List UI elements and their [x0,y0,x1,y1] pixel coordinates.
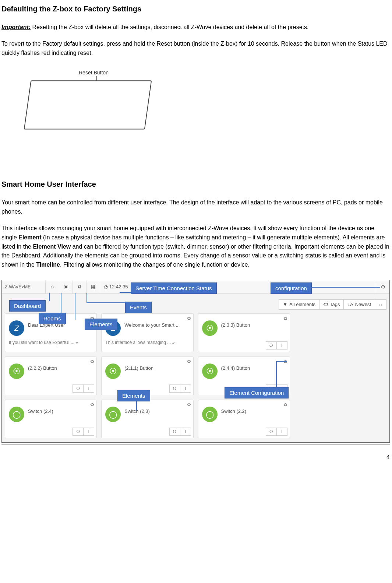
anno-elements-bottom: Elements [117,390,150,401]
card-title: Welcome to your Smart ... [124,322,190,329]
card-switch-22: ✿ ◯ Switch (2.2) OI [198,400,290,438]
card-title: (2.1.1) Button [124,365,190,372]
button-icon: ⦿ [202,320,218,336]
card-button-211: ✿ ⦿ (2.1.1) Button OI [101,357,193,395]
toggle-off[interactable]: O [73,384,84,393]
card-subtitle: This interface allows managing ... » [105,340,174,346]
toggle-off[interactable]: O [73,428,84,436]
anno-elements-top: Elements [85,319,117,330]
term-element: Element [18,234,41,240]
term-timeline: Timeline [36,261,60,268]
card-title: Switch (2.4) [28,408,93,415]
toggle-switch[interactable]: OI [266,341,287,350]
footer-divider [1,444,390,445]
anno-line [310,287,380,288]
card-switch-23: ✿ ◯ Switch (2.3) OI [101,400,193,438]
toggle-on[interactable]: I [180,428,191,436]
paragraph-interface-detail: This interface allows managing your smar… [1,224,390,270]
toggle-switch[interactable]: OI [73,384,94,393]
card-title: Switch (2.3) [124,408,190,415]
home-icon[interactable]: ⌂ [46,280,59,294]
filter-tags-label: Tags [330,301,340,308]
anno-line [86,302,127,303]
anno-configuration: configuration [271,282,312,294]
toggle-off[interactable]: O [266,341,277,350]
anno-rooms: Rooms [39,313,66,324]
anno-line [61,293,61,313]
para2-part-d: . Filtering allows monitoring the change… [60,261,250,268]
events-icon[interactable]: ▦ [86,280,100,294]
term-element-view: Element View [33,243,71,250]
card-button-222: ✿ ⦿ (2.2.2) Button OI [5,357,97,395]
button-icon: ⦿ [105,364,121,379]
toggle-switch[interactable]: OI [170,428,191,436]
elements-icon[interactable]: ⧉ [73,280,86,294]
paragraph-factory-reset: To revert to the Factory default setting… [1,39,390,58]
anno-line [276,361,277,387]
card-title: (2.2.2) Button [28,365,93,372]
anno-line [136,400,137,411]
clock-time: 12:42:35 [109,284,128,290]
funnel-icon: ▼ [283,301,287,308]
anno-line [75,293,75,320]
toggle-off[interactable]: O [266,428,277,436]
card-gear-icon[interactable]: ✿ [283,401,287,408]
card-gear-icon[interactable]: ✿ [187,358,191,365]
paragraph-important: Important: Resetting the Z-box will dele… [1,23,390,32]
toggle-on[interactable]: I [276,341,287,350]
toggle-on[interactable]: I [83,428,94,436]
toggle-switch[interactable]: OI [266,428,287,436]
toggle-off[interactable]: O [169,384,180,393]
switch-icon: ◯ [9,407,24,422]
card-gear-icon[interactable]: ✿ [90,401,94,408]
heading-smart-home-ui: Smart Home User Interface [1,179,390,189]
card-button-233: ✿ ⦿ (2.3.3) Button OI [198,313,290,352]
figure-callout-text: Reset Button [79,69,109,77]
switch-icon: ◯ [105,407,121,422]
anno-events: Events [125,302,152,313]
card-gear-icon[interactable]: ✿ [283,315,287,322]
toggle-on[interactable]: I [276,428,287,436]
filter-newest-label: Newest [355,301,371,308]
card-gear-icon[interactable]: ✿ [187,315,191,322]
tag-icon: 🏷 [323,301,328,308]
clock-display: ◔ 12:42:35 [100,280,132,294]
filter-all-label: All elements [289,301,315,308]
brand-label: Z-WAVE>ME [2,280,46,294]
toggle-on[interactable]: I [180,384,191,393]
filter-bar: ▼All elements 🏷Tags ↓ANewest ⌕ [279,299,386,310]
anno-dashboard: Dashboard [9,300,46,312]
toggle-switch[interactable]: OI [73,428,94,436]
important-text: Resetting the Z-box will delete all the … [31,24,308,30]
heading-default-factory: Defaulting the Z-box to Factory Settings [1,4,390,14]
anno-line [86,293,87,303]
cards-grid: ✿ Z Dear Expert User If you still want t… [2,310,389,442]
paragraph-intro: Your smart home can be controlled from d… [1,198,390,217]
anno-line [276,361,287,362]
filter-all-elements[interactable]: ▼All elements [279,299,319,310]
card-gear-icon[interactable]: ✿ [90,358,94,365]
rooms-icon[interactable]: ▣ [59,280,73,294]
anno-line [120,292,133,293]
filter-newest[interactable]: ↓ANewest [343,299,375,310]
button-icon: ⦿ [9,364,24,379]
page-number: 4 [1,453,390,461]
switch-icon: ◯ [202,407,218,422]
card-switch-24: ✿ ◯ Switch (2.4) OI [5,400,97,438]
ui-screenshot: Z-WAVE>ME ⌂ ▣ ⧉ ▦ ◔ 12:42:35 ⚙ ▼All elem… [1,280,390,443]
card-title: (2.3.3) Button [221,322,287,329]
card-title: Switch (2.2) [221,408,287,415]
anno-element-config: Element Configuration [225,387,289,398]
card-subtitle: If you still want to use ExpertUI ... » [9,340,78,346]
card-title: (2.4.4) Button [221,365,287,372]
toggle-switch[interactable]: OI [170,384,191,393]
toggle-off[interactable]: O [169,428,180,436]
filter-tags[interactable]: 🏷Tags [319,299,344,310]
toggle-on[interactable]: I [83,384,94,393]
figure-reset-button: Reset Button [1,65,167,175]
anno-server-time: Server Time Connection Status [131,282,217,294]
search-button[interactable]: ⌕ [375,299,386,310]
button-icon: ⦿ [202,364,218,379]
clock-icon: ◔ [104,284,108,290]
card-gear-icon[interactable]: ✿ [187,401,191,408]
